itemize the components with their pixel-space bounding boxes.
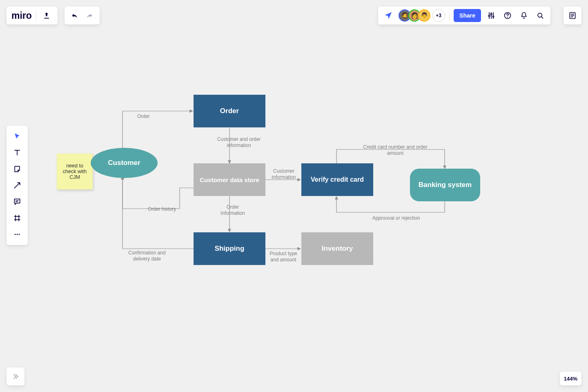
svg-point-4 — [507, 17, 508, 18]
text-tool[interactable] — [9, 145, 25, 160]
sliders-icon — [487, 11, 495, 20]
avatar-2-face: 👩 — [411, 12, 419, 19]
help-icon — [503, 11, 512, 20]
search-icon — [536, 11, 544, 20]
diagram-edges — [0, 0, 588, 392]
svg-point-9 — [19, 234, 20, 235]
sticky-note[interactable]: need to check with CJM — [57, 154, 93, 189]
edge-label-product-type: Product type and amount — [267, 251, 300, 263]
more-icon — [13, 230, 21, 238]
node-shipping-label: Shipping — [215, 245, 245, 253]
zoom-label: 144% — [564, 376, 577, 382]
expand-panel-button[interactable] — [7, 368, 24, 385]
edge-label-order: Order — [137, 114, 150, 120]
undo-redo-panel — [65, 7, 100, 24]
help-button[interactable] — [501, 9, 514, 22]
chevrons-right-icon — [11, 372, 20, 381]
sticky-icon — [13, 165, 21, 173]
node-shipping[interactable]: Shipping — [194, 232, 265, 265]
notes-icon — [568, 11, 577, 20]
comment-tool[interactable] — [9, 194, 25, 209]
cursor-send-icon — [384, 11, 393, 20]
sticky-note-text: need to check with CJM — [60, 163, 89, 180]
node-customer[interactable]: Customer — [91, 148, 158, 178]
select-cursor-icon — [13, 132, 21, 140]
edge-label-order-info: Order information — [216, 204, 249, 216]
notifications-button[interactable] — [518, 9, 530, 22]
node-verify-credit-card[interactable]: Verify credit card — [301, 163, 373, 196]
svg-point-0 — [488, 15, 490, 16]
cursor-tool-button[interactable] — [382, 9, 394, 22]
node-order-label: Order — [220, 107, 239, 115]
arrow-icon — [13, 181, 21, 189]
frame-icon — [13, 214, 21, 222]
svg-point-2 — [492, 16, 494, 17]
avatar-3[interactable]: 👨 — [418, 9, 430, 22]
svg-point-8 — [17, 234, 18, 235]
collab-panel: 🧔 👩 👨 +3 Share — [378, 7, 550, 24]
node-cds-label: Customer data store — [200, 176, 259, 183]
share-button[interactable]: Share — [454, 9, 481, 22]
node-customer-data-store[interactable]: Customer data store — [194, 163, 265, 196]
edge-label-confirmation: Confirmation and delivery date — [127, 250, 167, 262]
left-toolbar — [7, 126, 28, 245]
sticky-note-tool[interactable] — [9, 162, 25, 176]
undo-icon — [71, 11, 79, 20]
svg-point-5 — [538, 13, 542, 17]
upload-icon — [42, 11, 51, 20]
select-tool[interactable] — [9, 129, 25, 144]
arrow-tool[interactable] — [9, 178, 25, 193]
avatars: 🧔 👩 👨 +3 — [399, 9, 445, 22]
redo-button[interactable] — [83, 9, 96, 22]
notes-panel-button[interactable] — [564, 7, 581, 24]
search-button[interactable] — [534, 9, 546, 22]
svg-point-7 — [15, 234, 16, 235]
export-button[interactable] — [40, 9, 53, 22]
edge-label-cust-order-info: Customer and order information — [214, 136, 263, 149]
divider — [449, 11, 450, 20]
text-icon — [13, 149, 21, 157]
avatar-1-face: 🧔 — [401, 12, 409, 19]
frame-tool[interactable] — [9, 211, 25, 225]
edge-label-cc-number: Credit card number and order amount — [354, 144, 436, 156]
divider — [36, 11, 36, 20]
undo-button[interactable] — [69, 9, 81, 22]
avatar-overflow[interactable]: +3 — [432, 9, 445, 22]
edge-label-approval: Approuval or rejection — [368, 215, 425, 221]
redo-icon — [85, 11, 94, 20]
bell-icon — [520, 11, 528, 20]
comment-icon — [13, 198, 21, 206]
node-order[interactable]: Order — [194, 95, 265, 127]
canvas[interactable]: need to check with CJM Customer Order Cu… — [0, 0, 588, 392]
app-menu-panel: miro — [7, 7, 58, 24]
node-bank-label: Banking system — [419, 181, 472, 189]
settings-button[interactable] — [485, 9, 497, 22]
node-banking-system[interactable]: Banking system — [410, 169, 480, 201]
more-tools[interactable] — [9, 227, 25, 242]
node-inventory-label: Inventory — [322, 245, 353, 253]
app-logo[interactable]: miro — [11, 10, 32, 21]
edge-label-cust-info: Customer information — [268, 168, 300, 180]
node-inventory[interactable]: Inventory — [301, 232, 373, 265]
node-verify-label: Verify credit card — [311, 176, 364, 183]
zoom-level[interactable]: 144% — [560, 372, 581, 385]
node-customer-label: Customer — [108, 159, 140, 167]
avatar-3-face: 👨 — [421, 12, 428, 19]
edge-label-order-history: Order history — [148, 206, 176, 212]
